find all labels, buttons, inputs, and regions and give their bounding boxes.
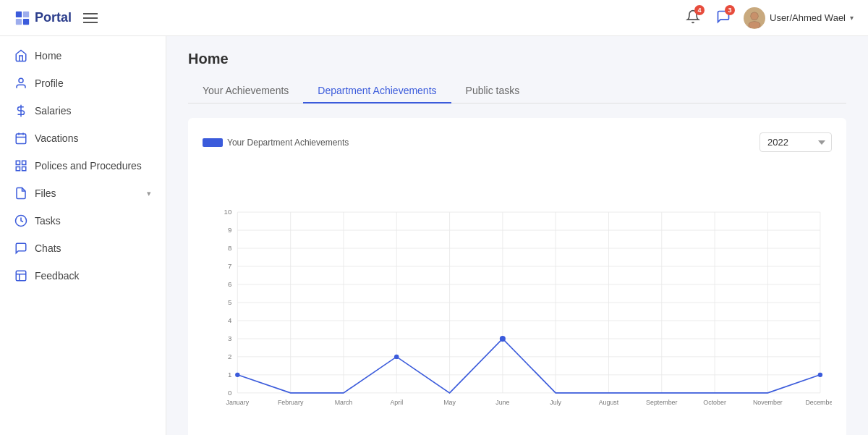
sidebar-label-feedback: Feedback <box>35 270 151 282</box>
svg-text:September: September <box>646 399 677 406</box>
svg-text:December: December <box>805 399 832 406</box>
messages-badge: 3 <box>725 5 735 15</box>
svg-text:April: April <box>390 399 403 406</box>
file-icon <box>14 187 27 200</box>
avatar <box>744 7 765 29</box>
sidebar-item-vacations[interactable]: Vacations <box>0 124 166 152</box>
calendar-icon <box>14 132 27 145</box>
svg-text:2: 2 <box>228 352 231 360</box>
legend-color-swatch <box>203 138 223 147</box>
y-axis-labels: 0 1 2 3 4 5 6 7 8 9 10 <box>224 208 232 397</box>
user-menu-button[interactable]: User/Ahmed Wael ▾ <box>744 7 854 29</box>
svg-point-68 <box>235 373 239 377</box>
main-layout: Home Profile Salaries Vacations <box>0 36 868 435</box>
clock-icon <box>14 214 27 227</box>
header: Portal 4 3 <box>0 0 868 36</box>
notifications-badge: 4 <box>694 5 705 15</box>
svg-text:February: February <box>278 399 304 406</box>
svg-point-8 <box>19 78 23 83</box>
sidebar-item-profile[interactable]: Profile <box>0 69 166 97</box>
logo: Portal <box>14 10 72 26</box>
chart-legend: Your Department Achievements <box>203 138 349 148</box>
logo-text: Portal <box>35 10 72 25</box>
line-chart: 0 1 2 3 4 5 6 7 8 9 10 January <box>203 161 832 435</box>
sidebar-item-files[interactable]: Files ▾ <box>0 180 166 207</box>
dollar-icon <box>14 104 27 117</box>
svg-rect-3 <box>23 18 29 24</box>
sidebar-item-policies[interactable]: Polices and Procedures <box>0 152 166 180</box>
chart-container: Your Department Achievements 2022 2021 2… <box>188 118 846 435</box>
svg-rect-0 <box>16 11 22 17</box>
notifications-button[interactable]: 4 <box>683 7 703 29</box>
sidebar-label-tasks: Tasks <box>35 215 151 227</box>
svg-text:January: January <box>226 399 250 406</box>
svg-text:9: 9 <box>228 226 231 234</box>
sidebar-label-vacations: Vacations <box>35 132 151 144</box>
sidebar-item-salaries[interactable]: Salaries <box>0 97 166 124</box>
svg-text:August: August <box>599 399 619 406</box>
hamburger-button[interactable] <box>83 13 98 23</box>
sidebar: Home Profile Salaries Vacations <box>0 36 166 435</box>
tab-department-achievements[interactable]: Department Achievements <box>303 79 451 104</box>
svg-rect-16 <box>16 167 20 171</box>
svg-text:November: November <box>753 399 783 406</box>
svg-rect-1 <box>23 11 29 17</box>
tab-your-achievements[interactable]: Your Achievements <box>188 79 303 104</box>
svg-text:8: 8 <box>228 244 231 252</box>
svg-text:June: June <box>495 399 509 406</box>
sidebar-item-home[interactable]: Home <box>0 42 166 69</box>
svg-text:3: 3 <box>228 334 231 342</box>
sidebar-label-chats: Chats <box>35 242 151 254</box>
page-title: Home <box>188 51 846 67</box>
svg-rect-17 <box>22 167 26 171</box>
svg-point-71 <box>818 373 822 377</box>
svg-text:March: March <box>335 399 353 406</box>
tabs-bar: Your Achievements Department Achievement… <box>188 79 846 104</box>
svg-text:10: 10 <box>224 208 232 216</box>
grid-icon <box>14 159 27 172</box>
chart-svg-wrapper: 0 1 2 3 4 5 6 7 8 9 10 January <box>203 161 832 435</box>
chevron-down-icon: ▾ <box>147 189 151 198</box>
svg-text:0: 0 <box>228 389 231 397</box>
year-select[interactable]: 2022 2021 2020 <box>760 132 832 152</box>
logo-icon <box>14 10 30 26</box>
svg-rect-15 <box>22 161 26 164</box>
sidebar-label-profile: Profile <box>35 77 151 89</box>
chart-header: Your Department Achievements 2022 2021 2… <box>203 132 832 152</box>
sidebar-item-tasks[interactable]: Tasks <box>0 207 166 235</box>
svg-text:5: 5 <box>228 298 231 306</box>
svg-point-70 <box>500 336 506 342</box>
svg-rect-2 <box>16 18 22 24</box>
svg-rect-19 <box>16 271 26 281</box>
svg-point-6 <box>751 12 758 20</box>
svg-point-69 <box>394 355 399 359</box>
svg-text:4: 4 <box>228 316 232 324</box>
sidebar-item-feedback[interactable]: Feedback <box>0 262 166 290</box>
svg-text:1: 1 <box>228 371 231 379</box>
sidebar-label-home: Home <box>35 50 151 62</box>
header-left: Portal <box>14 10 98 26</box>
svg-text:July: July <box>550 399 561 406</box>
sidebar-label-files: Files <box>35 187 140 199</box>
svg-rect-10 <box>16 134 26 144</box>
svg-text:May: May <box>443 399 456 406</box>
user-icon <box>14 77 27 90</box>
home-icon <box>14 49 27 62</box>
tab-public-tasks[interactable]: Public tasks <box>451 79 535 104</box>
svg-text:7: 7 <box>228 262 231 270</box>
svg-rect-14 <box>16 161 20 164</box>
chevron-down-icon: ▾ <box>850 14 854 22</box>
user-label: User/Ahmed Wael <box>770 12 846 23</box>
svg-text:6: 6 <box>228 280 231 288</box>
main-content: Home Your Achievements Department Achiev… <box>166 36 868 435</box>
sidebar-label-salaries: Salaries <box>35 105 151 117</box>
sidebar-item-chats[interactable]: Chats <box>0 235 166 262</box>
sidebar-label-policies: Polices and Procedures <box>35 160 151 172</box>
svg-text:October: October <box>703 399 726 406</box>
messages-button[interactable]: 3 <box>713 7 733 29</box>
line-chart-path <box>237 339 820 393</box>
legend-label: Your Department Achievements <box>227 138 349 148</box>
feedback-icon <box>14 269 27 282</box>
x-axis-labels: January February March April May June Ju… <box>226 399 832 406</box>
header-right: 4 3 User/Ahmed Wael ▾ <box>683 7 854 29</box>
